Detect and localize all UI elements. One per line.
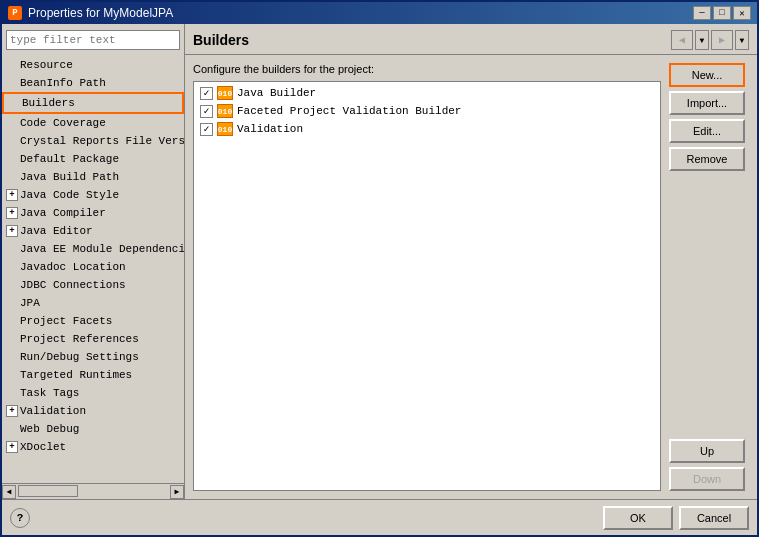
- window-title: Properties for MyModelJPA: [28, 6, 173, 20]
- main-window: P Properties for MyModelJPA ─ □ ✕ Resour…: [0, 0, 759, 537]
- bottom-bar: ? OK Cancel: [2, 499, 757, 535]
- tree-item-jpa[interactable]: JPA: [2, 294, 184, 312]
- tree-item-label: JDBC Connections: [20, 277, 126, 293]
- forward-dropdown[interactable]: ▼: [735, 30, 749, 50]
- tree-item-label: Project Facets: [20, 313, 112, 329]
- builder-item-faceted[interactable]: ✓ 010 Faceted Project Validation Builder: [196, 102, 658, 120]
- java-builder-label: Java Builder: [237, 87, 316, 99]
- content-area: Resource BeanInfo Path Builders Code Cov…: [2, 24, 757, 499]
- tree-item-resource[interactable]: Resource: [2, 56, 184, 74]
- tree-item-label: Crystal Reports File Vers: [20, 133, 184, 149]
- tree-item-label: Java Code Style: [20, 187, 119, 203]
- remove-button[interactable]: Remove: [669, 147, 745, 171]
- bottom-left: ?: [10, 508, 30, 528]
- import-button[interactable]: Import...: [669, 91, 745, 115]
- tree-item-crystal-reports[interactable]: Crystal Reports File Vers: [2, 132, 184, 150]
- close-button[interactable]: ✕: [733, 6, 751, 20]
- tree-item-validation[interactable]: + Validation: [2, 402, 184, 420]
- horizontal-scrollbar: ◀ ▶: [2, 483, 184, 499]
- maximize-button[interactable]: □: [713, 6, 731, 20]
- tree-item-label: Java Build Path: [20, 169, 119, 185]
- tree-item-label: BeanInfo Path: [20, 75, 106, 91]
- tree-item-label: Builders: [22, 95, 75, 111]
- tree-item-label: JPA: [20, 295, 40, 311]
- tree-item-label: Java EE Module Dependenci: [20, 241, 184, 257]
- validation-builder-label: Validation: [237, 123, 303, 135]
- tree-item-java-build-path[interactable]: Java Build Path: [2, 168, 184, 186]
- tree-item-java-compiler[interactable]: + Java Compiler: [2, 204, 184, 222]
- tree-item-label: Targeted Runtimes: [20, 367, 132, 383]
- forward-button[interactable]: ▶: [711, 30, 733, 50]
- tree-item-default-package[interactable]: Default Package: [2, 150, 184, 168]
- builders-left: Configure the builders for the project: …: [193, 63, 661, 491]
- tree-item-label: Validation: [20, 403, 86, 419]
- validation-builder-icon: 010: [217, 122, 233, 136]
- faceted-builder-label: Faceted Project Validation Builder: [237, 105, 461, 117]
- cancel-button[interactable]: Cancel: [679, 506, 749, 530]
- filter-box: [2, 24, 184, 54]
- title-buttons: ─ □ ✕: [693, 6, 751, 20]
- expand-icon[interactable]: +: [6, 405, 18, 417]
- right-panel: Builders ◀ ▼ ▶ ▼ Configure the builders …: [185, 24, 757, 499]
- minimize-button[interactable]: ─: [693, 6, 711, 20]
- expand-icon[interactable]: +: [6, 189, 18, 201]
- tree-item-run-debug[interactable]: Run/Debug Settings: [2, 348, 184, 366]
- down-button[interactable]: Down: [669, 467, 745, 491]
- expand-icon[interactable]: +: [6, 441, 18, 453]
- back-button[interactable]: ◀: [671, 30, 693, 50]
- java-builder-icon: 010: [217, 86, 233, 100]
- up-button[interactable]: Up: [669, 439, 745, 463]
- tree-item-label: Default Package: [20, 151, 119, 167]
- tree-item-task-tags[interactable]: Task Tags: [2, 384, 184, 402]
- filter-input[interactable]: [6, 30, 180, 50]
- builder-item-validation[interactable]: ✓ 010 Validation: [196, 120, 658, 138]
- faceted-builder-checkbox[interactable]: ✓: [200, 105, 213, 118]
- edit-button[interactable]: Edit...: [669, 119, 745, 143]
- tree-item-label: Task Tags: [20, 385, 79, 401]
- tree-item-project-refs[interactable]: Project References: [2, 330, 184, 348]
- tree-item-beaninfo[interactable]: BeanInfo Path: [2, 74, 184, 92]
- expand-icon[interactable]: +: [6, 225, 18, 237]
- window-icon: P: [8, 6, 22, 20]
- tree-item-targeted-runtimes[interactable]: Targeted Runtimes: [2, 366, 184, 384]
- back-icon: ◀: [679, 34, 685, 46]
- tree-item-web-debug[interactable]: Web Debug: [2, 420, 184, 438]
- tree-container: Resource BeanInfo Path Builders Code Cov…: [2, 54, 184, 483]
- scroll-left-button[interactable]: ◀: [2, 485, 16, 499]
- java-builder-checkbox[interactable]: ✓: [200, 87, 213, 100]
- help-button[interactable]: ?: [10, 508, 30, 528]
- tree-item-xdoclet[interactable]: + XDoclet: [2, 438, 184, 456]
- new-button[interactable]: New...: [669, 63, 745, 87]
- title-bar-left: P Properties for MyModelJPA: [8, 6, 173, 20]
- builders-list: ✓ 010 Java Builder ✓ 010 Faceted Project…: [193, 81, 661, 491]
- tree-item-label: Java Compiler: [20, 205, 106, 221]
- tree-item-javadoc[interactable]: Javadoc Location: [2, 258, 184, 276]
- tree-item-java-code-style[interactable]: + Java Code Style: [2, 186, 184, 204]
- ok-button[interactable]: OK: [603, 506, 673, 530]
- title-bar: P Properties for MyModelJPA ─ □ ✕: [2, 2, 757, 24]
- nav-buttons: ◀ ▼ ▶ ▼: [671, 30, 749, 50]
- forward-icon: ▶: [719, 34, 725, 46]
- builder-item-java[interactable]: ✓ 010 Java Builder: [196, 84, 658, 102]
- tree-item-project-facets[interactable]: Project Facets: [2, 312, 184, 330]
- tree-item-label: Java Editor: [20, 223, 93, 239]
- tree-item-label: Javadoc Location: [20, 259, 126, 275]
- tree-item-label: XDoclet: [20, 439, 66, 455]
- tree-item-code-coverage[interactable]: Code Coverage: [2, 114, 184, 132]
- tree-item-java-ee-module[interactable]: Java EE Module Dependenci: [2, 240, 184, 258]
- tree-item-jdbc[interactable]: JDBC Connections: [2, 276, 184, 294]
- tree-item-java-editor[interactable]: + Java Editor: [2, 222, 184, 240]
- scroll-thumb[interactable]: [18, 485, 78, 497]
- back-dropdown[interactable]: ▼: [695, 30, 709, 50]
- tree-item-builders[interactable]: Builders: [2, 92, 184, 114]
- tree-item-label: Project References: [20, 331, 139, 347]
- tree-item-label: Run/Debug Settings: [20, 349, 139, 365]
- tree-item-label: Resource: [20, 57, 73, 73]
- tree-scroll-wrapper: Resource BeanInfo Path Builders Code Cov…: [2, 54, 184, 499]
- expand-icon[interactable]: +: [6, 207, 18, 219]
- panel-title: Builders: [193, 32, 249, 48]
- validation-builder-checkbox[interactable]: ✓: [200, 123, 213, 136]
- scroll-right-button[interactable]: ▶: [170, 485, 184, 499]
- builders-content: Configure the builders for the project: …: [185, 55, 757, 499]
- builders-description: Configure the builders for the project:: [193, 63, 661, 75]
